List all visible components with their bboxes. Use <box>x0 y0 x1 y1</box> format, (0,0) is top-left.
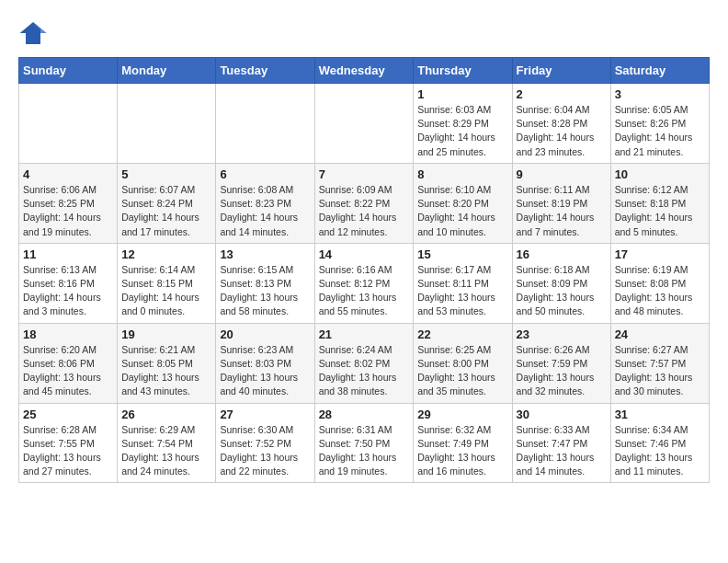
day-info: Sunrise: 6:14 AMSunset: 8:15 PMDaylight:… <box>121 263 211 319</box>
page-header <box>18 18 710 48</box>
day-number: 2 <box>517 87 607 101</box>
day-of-week-header: Thursday <box>414 58 512 84</box>
day-of-week-header: Tuesday <box>216 58 314 84</box>
day-info: Sunrise: 6:09 AMSunset: 8:22 PMDaylight:… <box>319 183 410 239</box>
calendar-cell: 7Sunrise: 6:09 AMSunset: 8:22 PMDaylight… <box>314 163 414 243</box>
day-info: Sunrise: 6:03 AMSunset: 8:29 PMDaylight:… <box>417 103 507 159</box>
day-info: Sunrise: 6:12 AMSunset: 8:18 PMDaylight:… <box>615 183 705 239</box>
calendar-cell: 28Sunrise: 6:31 AMSunset: 7:50 PMDayligh… <box>314 403 414 483</box>
calendar-cell: 15Sunrise: 6:17 AMSunset: 8:11 PMDayligh… <box>414 243 512 323</box>
calendar-cell: 16Sunrise: 6:18 AMSunset: 8:09 PMDayligh… <box>512 243 610 323</box>
calendar-cell <box>19 84 118 164</box>
day-number: 8 <box>417 167 507 181</box>
calendar-cell: 5Sunrise: 6:07 AMSunset: 8:24 PMDaylight… <box>118 163 216 243</box>
calendar-cell: 17Sunrise: 6:19 AMSunset: 8:08 PMDayligh… <box>610 243 709 323</box>
day-info: Sunrise: 6:16 AMSunset: 8:12 PMDaylight:… <box>319 263 410 319</box>
day-info: Sunrise: 6:05 AMSunset: 8:26 PMDaylight:… <box>615 103 705 159</box>
calendar-cell <box>118 84 216 164</box>
day-number: 15 <box>417 247 507 261</box>
logo-icon <box>18 18 48 48</box>
day-info: Sunrise: 6:33 AMSunset: 7:47 PMDaylight:… <box>517 423 607 479</box>
day-info: Sunrise: 6:20 AMSunset: 8:06 PMDaylight:… <box>23 343 113 399</box>
calendar-cell: 4Sunrise: 6:06 AMSunset: 8:25 PMDaylight… <box>19 163 118 243</box>
day-number: 13 <box>220 247 310 261</box>
day-info: Sunrise: 6:07 AMSunset: 8:24 PMDaylight:… <box>121 183 211 239</box>
calendar-cell: 20Sunrise: 6:23 AMSunset: 8:03 PMDayligh… <box>216 323 314 403</box>
day-number: 14 <box>319 247 410 261</box>
calendar-cell: 1Sunrise: 6:03 AMSunset: 8:29 PMDaylight… <box>414 84 512 164</box>
calendar-table: SundayMondayTuesdayWednesdayThursdayFrid… <box>18 57 710 483</box>
day-of-week-header: Saturday <box>610 58 709 84</box>
day-of-week-header: Wednesday <box>314 58 414 84</box>
day-info: Sunrise: 6:11 AMSunset: 8:19 PMDaylight:… <box>517 183 607 239</box>
day-info: Sunrise: 6:17 AMSunset: 8:11 PMDaylight:… <box>417 263 507 319</box>
day-number: 12 <box>121 247 211 261</box>
calendar-cell: 24Sunrise: 6:27 AMSunset: 7:57 PMDayligh… <box>610 323 709 403</box>
day-number: 23 <box>517 327 607 341</box>
day-info: Sunrise: 6:15 AMSunset: 8:13 PMDaylight:… <box>220 263 310 319</box>
calendar-cell: 30Sunrise: 6:33 AMSunset: 7:47 PMDayligh… <box>512 403 610 483</box>
day-number: 20 <box>220 327 310 341</box>
calendar-cell <box>216 84 314 164</box>
calendar-cell: 18Sunrise: 6:20 AMSunset: 8:06 PMDayligh… <box>19 323 118 403</box>
day-number: 31 <box>615 408 705 421</box>
day-info: Sunrise: 6:30 AMSunset: 7:52 PMDaylight:… <box>220 423 310 479</box>
day-number: 21 <box>319 327 410 341</box>
day-number: 24 <box>615 327 705 341</box>
calendar-cell: 13Sunrise: 6:15 AMSunset: 8:13 PMDayligh… <box>216 243 314 323</box>
day-number: 5 <box>121 167 211 181</box>
calendar-cell: 26Sunrise: 6:29 AMSunset: 7:54 PMDayligh… <box>118 403 216 483</box>
day-number: 27 <box>220 408 310 421</box>
day-number: 16 <box>517 247 607 261</box>
day-number: 7 <box>319 167 410 181</box>
day-info: Sunrise: 6:06 AMSunset: 8:25 PMDaylight:… <box>23 183 113 239</box>
day-info: Sunrise: 6:25 AMSunset: 8:00 PMDaylight:… <box>417 343 507 399</box>
calendar-week-row: 11Sunrise: 6:13 AMSunset: 8:16 PMDayligh… <box>19 243 710 323</box>
day-number: 6 <box>220 167 310 181</box>
day-info: Sunrise: 6:21 AMSunset: 8:05 PMDaylight:… <box>121 343 211 399</box>
day-number: 3 <box>615 87 705 101</box>
calendar-cell: 2Sunrise: 6:04 AMSunset: 8:28 PMDaylight… <box>512 84 610 164</box>
day-info: Sunrise: 6:28 AMSunset: 7:55 PMDaylight:… <box>23 423 113 479</box>
calendar-week-row: 1Sunrise: 6:03 AMSunset: 8:29 PMDaylight… <box>19 84 710 164</box>
calendar-week-row: 25Sunrise: 6:28 AMSunset: 7:55 PMDayligh… <box>19 403 710 483</box>
day-number: 28 <box>319 408 410 421</box>
day-number: 17 <box>615 247 705 261</box>
calendar-cell: 23Sunrise: 6:26 AMSunset: 7:59 PMDayligh… <box>512 323 610 403</box>
calendar-cell: 19Sunrise: 6:21 AMSunset: 8:05 PMDayligh… <box>118 323 216 403</box>
day-number: 19 <box>121 327 211 341</box>
day-info: Sunrise: 6:10 AMSunset: 8:20 PMDaylight:… <box>417 183 507 239</box>
day-info: Sunrise: 6:24 AMSunset: 8:02 PMDaylight:… <box>319 343 410 399</box>
day-number: 10 <box>615 167 705 181</box>
day-info: Sunrise: 6:34 AMSunset: 7:46 PMDaylight:… <box>615 423 705 479</box>
day-info: Sunrise: 6:29 AMSunset: 7:54 PMDaylight:… <box>121 423 211 479</box>
calendar-cell: 11Sunrise: 6:13 AMSunset: 8:16 PMDayligh… <box>19 243 118 323</box>
calendar-cell: 22Sunrise: 6:25 AMSunset: 8:00 PMDayligh… <box>414 323 512 403</box>
calendar-cell: 14Sunrise: 6:16 AMSunset: 8:12 PMDayligh… <box>314 243 414 323</box>
day-of-week-header: Friday <box>512 58 610 84</box>
day-info: Sunrise: 6:19 AMSunset: 8:08 PMDaylight:… <box>615 263 705 319</box>
day-number: 30 <box>517 408 607 421</box>
calendar-cell: 27Sunrise: 6:30 AMSunset: 7:52 PMDayligh… <box>216 403 314 483</box>
day-info: Sunrise: 6:31 AMSunset: 7:50 PMDaylight:… <box>319 423 410 479</box>
day-number: 1 <box>417 87 507 101</box>
calendar-week-row: 4Sunrise: 6:06 AMSunset: 8:25 PMDaylight… <box>19 163 710 243</box>
day-of-week-header: Sunday <box>19 58 118 84</box>
day-info: Sunrise: 6:26 AMSunset: 7:59 PMDaylight:… <box>517 343 607 399</box>
calendar-week-row: 18Sunrise: 6:20 AMSunset: 8:06 PMDayligh… <box>19 323 710 403</box>
calendar-cell: 12Sunrise: 6:14 AMSunset: 8:15 PMDayligh… <box>118 243 216 323</box>
day-number: 18 <box>23 327 113 341</box>
day-info: Sunrise: 6:04 AMSunset: 8:28 PMDaylight:… <box>517 103 607 159</box>
calendar-cell <box>314 84 414 164</box>
day-number: 4 <box>23 167 113 181</box>
calendar-cell: 3Sunrise: 6:05 AMSunset: 8:26 PMDaylight… <box>610 84 709 164</box>
day-info: Sunrise: 6:18 AMSunset: 8:09 PMDaylight:… <box>517 263 607 319</box>
calendar-cell: 29Sunrise: 6:32 AMSunset: 7:49 PMDayligh… <box>414 403 512 483</box>
days-header-row: SundayMondayTuesdayWednesdayThursdayFrid… <box>19 58 710 84</box>
day-info: Sunrise: 6:08 AMSunset: 8:23 PMDaylight:… <box>220 183 310 239</box>
day-number: 11 <box>23 247 113 261</box>
day-info: Sunrise: 6:27 AMSunset: 7:57 PMDaylight:… <box>615 343 705 399</box>
day-number: 25 <box>23 408 113 421</box>
calendar-cell: 10Sunrise: 6:12 AMSunset: 8:18 PMDayligh… <box>610 163 709 243</box>
calendar-cell: 21Sunrise: 6:24 AMSunset: 8:02 PMDayligh… <box>314 323 414 403</box>
